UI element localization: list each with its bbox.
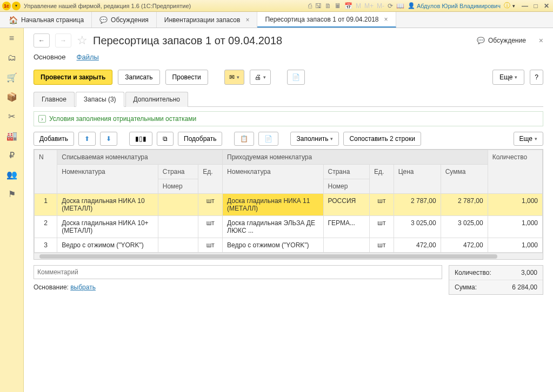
cell-qty[interactable]: 1,000 bbox=[488, 216, 542, 238]
cell-price[interactable]: 3 025,00 bbox=[394, 216, 441, 238]
col-w-country[interactable]: Страна bbox=[158, 165, 198, 179]
comment-input[interactable] bbox=[34, 265, 442, 279]
save-icon[interactable]: 🖫 bbox=[315, 2, 322, 10]
move-down-button[interactable]: ⬇ bbox=[100, 132, 117, 146]
print-button[interactable]: 🖨▾ bbox=[250, 70, 271, 85]
email-button[interactable]: ✉▾ bbox=[224, 70, 244, 85]
col-i-country[interactable]: Страна bbox=[323, 165, 369, 179]
section-tab-main[interactable]: Главное bbox=[34, 92, 75, 107]
sidebar-factory-icon[interactable]: 🏭 bbox=[6, 130, 18, 141]
tab-close-icon[interactable]: × bbox=[245, 16, 249, 24]
sidebar-tools-icon[interactable]: ✂ bbox=[6, 110, 18, 122]
cell-w-nom[interactable]: Доска гладильная НИКА 10 (МЕТАЛЛ) bbox=[57, 194, 158, 216]
cell-sum[interactable]: 472,00 bbox=[441, 238, 488, 253]
cell-w-nom[interactable]: Ведро с отжимом ("YORK") bbox=[57, 238, 158, 253]
cell-i-nom[interactable]: Доска гладильная НИКА 11 (МЕТАЛЛ) bbox=[223, 194, 323, 216]
cell-qty[interactable]: 1,000 bbox=[488, 194, 542, 216]
tab-close-icon[interactable]: × bbox=[384, 16, 388, 23]
sidebar-menu-icon[interactable]: ≡ bbox=[6, 32, 18, 44]
maximize-button[interactable]: □ bbox=[531, 2, 540, 10]
col-w-nom[interactable]: Номенклатура bbox=[57, 165, 158, 194]
post-button[interactable]: Провести bbox=[165, 70, 208, 85]
tab-discussions[interactable]: 💬 Обсуждения bbox=[92, 12, 157, 28]
table-row[interactable]: 3Ведро с отжимом ("YORK")штВедро с отжим… bbox=[35, 238, 543, 253]
basis-select-link[interactable]: выбрать bbox=[70, 283, 96, 291]
section-tab-inventory[interactable]: Запасы (3) bbox=[76, 92, 124, 107]
report-button[interactable]: 📄 bbox=[287, 70, 305, 85]
paste-button[interactable]: 📄 bbox=[258, 132, 278, 146]
move-up-button[interactable]: ⬆ bbox=[78, 132, 96, 146]
cell-qty[interactable]: 1,000 bbox=[488, 238, 542, 253]
col-i-unit[interactable]: Ед. bbox=[369, 165, 394, 194]
subnav-main[interactable]: Основное bbox=[34, 53, 66, 61]
info-icon[interactable]: ⓘ bbox=[504, 1, 510, 10]
doc-icon[interactable]: 🗎 bbox=[325, 2, 331, 10]
copy-button[interactable]: 📋 bbox=[234, 132, 254, 146]
help-button[interactable]: ? bbox=[530, 70, 543, 85]
table-more-button[interactable]: Еще▾ bbox=[514, 132, 543, 146]
cell-i-unit[interactable]: шт bbox=[369, 194, 394, 216]
save-button[interactable]: Записать bbox=[118, 70, 159, 85]
cell-w-unit[interactable]: шт bbox=[198, 238, 223, 253]
cell-w-unit[interactable]: шт bbox=[198, 194, 223, 216]
table-row[interactable]: 1Доска гладильная НИКА 10 (МЕТАЛЛ)штДоск… bbox=[35, 194, 543, 216]
minimize-button[interactable]: — bbox=[521, 2, 529, 10]
section-tab-extra[interactable]: Дополнительно bbox=[125, 92, 188, 107]
cell-w-nom[interactable]: Доска гладильная НИКА 10+ (МЕТАЛЛ) bbox=[57, 216, 158, 238]
post-and-close-button[interactable]: Провести и закрыть bbox=[34, 70, 112, 85]
cell-i-unit[interactable]: шт bbox=[369, 216, 394, 238]
cell-i-country[interactable]: РОССИЯ bbox=[323, 194, 369, 216]
table-scrollbar[interactable] bbox=[34, 253, 543, 259]
cell-sum[interactable]: 3 025,00 bbox=[441, 216, 488, 238]
m-minus-icon[interactable]: M- bbox=[377, 2, 384, 10]
close-document-button[interactable]: × bbox=[539, 36, 543, 45]
barcode-button[interactable]: ▮▯▮ bbox=[129, 132, 152, 146]
cell-i-nom[interactable]: Доска гладильная ЭЛЬЗА ДЕ ЛЮКС ... bbox=[223, 216, 323, 238]
cell-i-nom[interactable]: Ведро с отжимом ("YORK") bbox=[223, 238, 323, 253]
cell-i-country[interactable] bbox=[323, 238, 369, 253]
col-i-number[interactable]: Номер bbox=[323, 179, 369, 194]
m-plus-icon[interactable]: M+ bbox=[364, 2, 374, 10]
col-qty[interactable]: Количество bbox=[488, 150, 542, 194]
sidebar-people-icon[interactable]: 👥 bbox=[6, 168, 18, 180]
add-row-button[interactable]: Добавить bbox=[34, 132, 74, 146]
book-icon[interactable]: 📖 bbox=[396, 2, 404, 10]
discussion-button[interactable]: 💬 Обсуждение bbox=[477, 37, 526, 44]
tab-inventory[interactable]: Инвентаризации запасов × bbox=[157, 12, 258, 28]
cell-w-country[interactable] bbox=[158, 216, 198, 238]
app-menu-dropdown[interactable]: ▾ bbox=[12, 2, 21, 10]
col-w-number[interactable]: Номер bbox=[158, 179, 198, 194]
table-row[interactable]: 2Доска гладильная НИКА 10+ (МЕТАЛЛ)штДос… bbox=[35, 216, 543, 238]
sidebar-box-icon[interactable]: 📦 bbox=[6, 91, 18, 103]
current-user[interactable]: 👤 Абдулов Юрий Владимирович bbox=[408, 2, 501, 9]
calendar-icon[interactable]: 📅 bbox=[344, 2, 352, 10]
more-actions-button[interactable]: Еще▾ bbox=[492, 70, 524, 85]
sidebar-money-icon[interactable]: ₽ bbox=[6, 149, 18, 161]
tab-home[interactable]: 🏠 Начальная страница bbox=[1, 12, 92, 28]
cell-sum[interactable]: 2 787,00 bbox=[441, 194, 488, 216]
nav-forward-button[interactable]: → bbox=[55, 33, 71, 48]
col-sum[interactable]: Сумма bbox=[441, 165, 488, 194]
cell-price[interactable]: 472,00 bbox=[394, 238, 441, 253]
cell-w-unit[interactable]: шт bbox=[198, 216, 223, 238]
col-w-unit[interactable]: Ед. bbox=[198, 165, 223, 194]
cell-i-unit[interactable]: шт bbox=[369, 238, 394, 253]
calc-icon[interactable]: 🖩 bbox=[335, 2, 341, 10]
scan-button[interactable]: ⧉ bbox=[157, 132, 174, 146]
subnav-files[interactable]: Файлы bbox=[77, 53, 99, 61]
m-icon[interactable]: M bbox=[356, 2, 361, 10]
sidebar-card-icon[interactable]: 🗂 bbox=[6, 52, 18, 64]
col-n[interactable]: N bbox=[35, 150, 57, 194]
cell-w-country[interactable] bbox=[158, 238, 198, 253]
close-window-button[interactable]: ✕ bbox=[542, 2, 551, 10]
hint-expander[interactable]: › bbox=[38, 115, 46, 123]
refresh-icon[interactable]: ⟳ bbox=[388, 2, 393, 10]
cell-i-country[interactable]: ГЕРМА... bbox=[323, 216, 369, 238]
cell-w-country[interactable] bbox=[158, 194, 198, 216]
tab-resort[interactable]: Пересортица запасов 1 от 09.04.2018 × bbox=[257, 12, 396, 28]
nav-back-button[interactable]: ← bbox=[34, 33, 50, 48]
col-price[interactable]: Цена bbox=[394, 165, 441, 194]
sidebar-cart-icon[interactable]: 🛒 bbox=[6, 71, 18, 83]
favorite-star-icon[interactable]: ☆ bbox=[77, 33, 88, 48]
sidebar-flag-icon[interactable]: ⚑ bbox=[6, 188, 18, 200]
